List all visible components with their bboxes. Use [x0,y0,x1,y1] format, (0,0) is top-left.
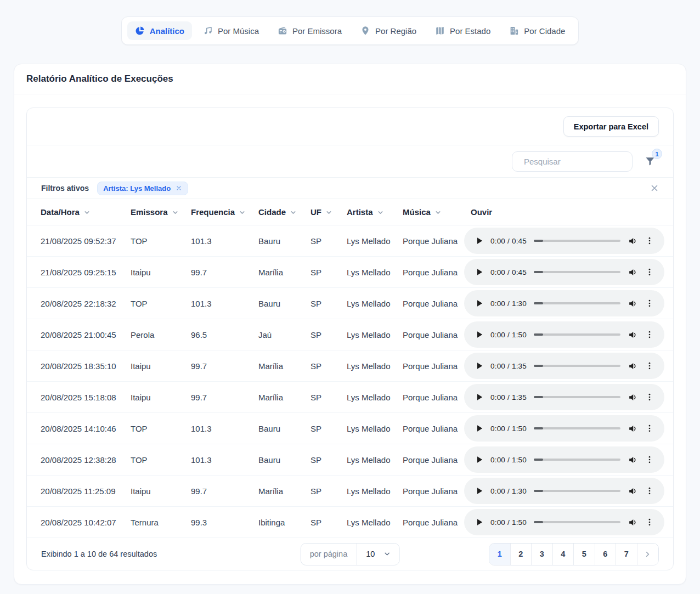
page-button[interactable]: 6 [595,544,617,565]
play-icon[interactable] [476,362,483,370]
cell-datetime: 20/08/2025 14:10:46 [41,424,131,433]
audio-progress-bar[interactable] [534,271,620,273]
volume-icon[interactable] [628,455,638,465]
kebab-menu-icon[interactable] [645,236,654,245]
tab-label: Por Estado [450,26,490,36]
column-header[interactable]: Cidade [258,207,311,217]
column-header[interactable]: Data/Hora [41,207,131,217]
play-icon[interactable] [476,487,483,495]
play-icon[interactable] [476,425,483,432]
column-header-label: Ouvir [471,207,492,217]
next-page-button[interactable] [637,544,659,565]
volume-icon[interactable] [628,361,638,371]
audio-progress-bar[interactable] [534,490,620,492]
audio-progress-bar[interactable] [534,365,620,367]
audio-player: 0:00 / 1:50 [464,446,664,473]
kebab-menu-icon[interactable] [645,361,654,370]
cell-artist: Lys Mellado [347,299,403,308]
report-tab[interactable]: Por Estado [427,21,498,40]
column-header[interactable]: Música [403,207,471,217]
report-tab[interactable]: Por Música [195,21,267,40]
play-icon[interactable] [476,456,483,463]
play-icon[interactable] [476,331,483,338]
page-button[interactable]: 1 [489,544,511,565]
filter-chip[interactable]: Artista: Lys Mellado [97,182,188,195]
clear-filters-icon[interactable] [650,184,659,193]
column-header[interactable]: UF [311,207,347,217]
play-icon[interactable] [476,299,483,307]
kebab-menu-icon[interactable] [645,518,654,527]
audio-progress-bar[interactable] [534,459,620,461]
page-button[interactable]: 5 [574,544,595,565]
report-tab[interactable]: Por Região [353,21,424,40]
volume-icon[interactable] [628,236,638,246]
filter-button[interactable]: 1 [645,156,656,167]
report-tab[interactable]: Analítico [127,21,192,40]
audio-progress-bar[interactable] [534,302,620,304]
column-header[interactable]: Ouvir [471,207,673,217]
column-header-label: Artista [347,207,373,217]
kebab-menu-icon[interactable] [645,330,654,339]
cell-audio: 0:00 / 1:35 [464,353,664,379]
page-button[interactable]: 3 [532,544,553,565]
audio-progress-bar[interactable] [534,521,620,523]
cell-uf: SP [311,361,347,371]
table-footer: Exibindo 1 a 10 de 64 resultados por pág… [27,538,673,570]
report-tab[interactable]: Por Cidade [501,21,573,40]
cell-artist: Lys Mellado [347,361,403,371]
kebab-menu-icon[interactable] [645,393,654,401]
cell-city: Jaú [258,330,311,340]
table-row: 20/08/2025 12:38:28 TOP 101.3 Bauru SP L… [27,444,673,476]
search-input[interactable] [524,157,633,166]
kebab-menu-icon[interactable] [645,424,654,433]
volume-icon[interactable] [628,330,638,340]
volume-icon[interactable] [628,423,638,434]
volume-icon[interactable] [628,517,638,528]
column-header[interactable]: Frequencia [191,207,258,217]
play-icon[interactable] [476,237,483,245]
cell-datetime: 21/08/2025 09:25:15 [41,268,131,277]
per-page-select[interactable]: por página 10 [301,543,400,565]
audio-time: 0:00 / 1:35 [490,362,527,370]
play-icon[interactable] [476,393,483,401]
cell-uf: SP [311,424,347,433]
column-header[interactable]: Artista [347,207,403,217]
search-box[interactable] [512,151,633,172]
kebab-menu-icon[interactable] [645,299,654,308]
table-row: 20/08/2025 18:35:10 Itaipu 99.7 Marília … [27,350,673,382]
per-page-value: 10 [366,550,375,558]
volume-icon[interactable] [628,267,638,278]
page-button[interactable]: 2 [511,544,532,565]
export-excel-button[interactable]: Exportar para Excel [563,116,659,137]
cell-uf: SP [311,236,347,246]
report-tab[interactable]: Por Emissora [270,21,349,40]
audio-progress-bar[interactable] [534,333,620,336]
kebab-menu-icon[interactable] [645,455,654,464]
cell-song: Porque Juliana [403,330,471,340]
column-header[interactable]: Emissora [131,207,191,217]
kebab-menu-icon[interactable] [645,486,654,495]
kebab-menu-icon[interactable] [645,268,654,276]
cell-frequency: 101.3 [191,299,258,308]
volume-icon[interactable] [628,486,638,496]
cell-artist: Lys Mellado [347,455,403,465]
audio-progress-bar[interactable] [534,240,620,242]
play-icon[interactable] [476,518,483,526]
audio-progress-bar[interactable] [534,396,620,398]
cell-city: Marília [258,268,311,277]
page-button[interactable]: 4 [553,544,574,565]
cell-song: Porque Juliana [403,236,471,246]
volume-icon[interactable] [628,392,638,403]
chip-remove-icon[interactable] [176,185,182,191]
play-icon[interactable] [476,268,483,276]
audio-time: 0:00 / 1:50 [490,425,527,433]
volume-icon[interactable] [628,298,638,309]
page-button[interactable]: 7 [616,544,637,565]
report-card: Relatório Analítico de Execuções Exporta… [14,64,686,585]
audio-player: 0:00 / 1:30 [464,478,664,504]
cell-datetime: 20/08/2025 11:25:09 [41,486,131,496]
active-filters-row: Filtros ativos Artista: Lys Mellado [27,178,673,199]
audio-progress-bar[interactable] [534,427,620,429]
table-header-row: Data/Hora Emissora Frequencia Cidade [27,199,673,225]
cell-uf: SP [311,486,347,496]
